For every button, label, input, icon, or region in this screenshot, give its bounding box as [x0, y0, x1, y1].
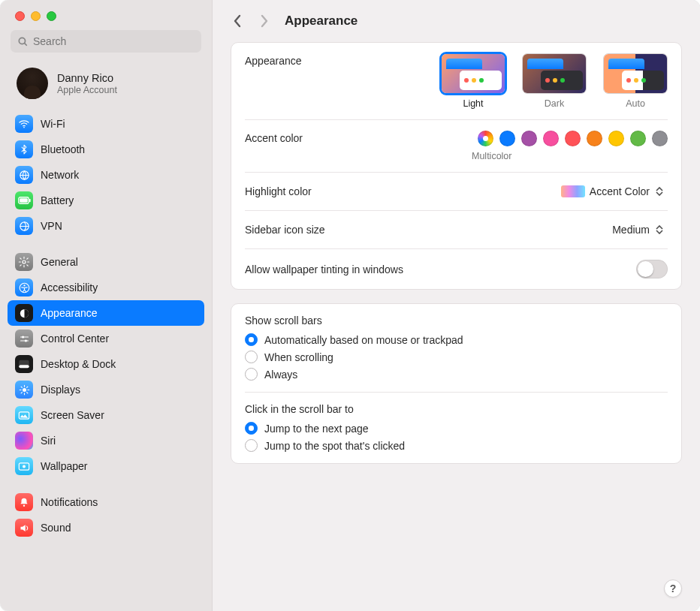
- help-button[interactable]: ?: [664, 579, 682, 597]
- sidebar-item-label: Screen Saver: [41, 409, 104, 422]
- highlight-color-label: Highlight color: [245, 185, 312, 197]
- show-scroll-option-2[interactable]: Always: [245, 366, 668, 383]
- wallpaper-icon: [15, 457, 33, 475]
- accent-color-multicolor[interactable]: [478, 131, 493, 146]
- accent-color-pink[interactable]: [543, 131, 559, 146]
- search-input[interactable]: [11, 30, 201, 53]
- bluetooth-icon: [15, 140, 33, 158]
- appearance-mode-auto[interactable]: Auto: [603, 53, 668, 109]
- sidebar-item-notifications[interactable]: Notifications: [8, 489, 204, 515]
- appearance-mode-label: Light: [463, 98, 483, 109]
- sidebar-item-label: VPN: [41, 220, 62, 233]
- sidebar-item-label: Wallpaper: [41, 460, 88, 473]
- sidebar-item-battery[interactable]: Battery: [8, 188, 204, 213]
- network-icon: [15, 166, 33, 184]
- appearance-icon: [15, 304, 33, 322]
- sidebar-item-label: Notifications: [41, 496, 98, 509]
- accent-color-purple[interactable]: [521, 131, 537, 146]
- show-scroll-option-1[interactable]: When scrolling: [245, 348, 668, 366]
- show-scroll-option-0[interactable]: Automatically based on mouse or trackpad: [245, 331, 668, 348]
- accent-color-label: Accent color: [245, 131, 303, 144]
- vpn-icon: [15, 217, 33, 235]
- svg-point-18: [23, 465, 26, 468]
- svg-point-16: [20, 436, 29, 445]
- appearance-mode-light[interactable]: Light: [441, 53, 505, 109]
- back-button[interactable]: [231, 13, 244, 29]
- forward-button[interactable]: [258, 13, 271, 29]
- accent-color-red[interactable]: [565, 131, 581, 146]
- radio-label: Jump to the spot that's clicked: [264, 440, 405, 452]
- sidebar: Danny Rico Apple Account Wi-FiBluetoothN…: [0, 0, 213, 611]
- sidebar-item-general[interactable]: General: [8, 249, 204, 275]
- svg-rect-3: [29, 199, 30, 202]
- radio-label: Automatically based on mouse or trackpad: [264, 334, 463, 346]
- click-scroll-title: Click in the scroll bar to: [245, 393, 668, 420]
- close-button[interactable]: [15, 11, 25, 21]
- window-controls: [0, 0, 212, 29]
- minimize-button[interactable]: [31, 11, 41, 21]
- radio-icon: [245, 333, 258, 346]
- appearance-thumb-dark: [522, 53, 587, 94]
- account-name: Danny Rico: [57, 72, 117, 84]
- appearance-mode-label: Dark: [545, 98, 564, 109]
- sidebar-item-label: Siri: [41, 435, 56, 447]
- sidebar-item-sound[interactable]: Sound: [8, 515, 204, 540]
- appearance-mode-label: Auto: [626, 98, 645, 109]
- appearance-mode-dark[interactable]: Dark: [522, 53, 587, 109]
- svg-rect-13: [19, 365, 29, 368]
- svg-point-11: [24, 339, 26, 342]
- screen-saver-icon: [15, 406, 33, 424]
- sidebar-size-value: Medium: [612, 224, 650, 236]
- sidebar-item-appearance[interactable]: Appearance: [8, 300, 204, 326]
- sidebar-item-siri[interactable]: Siri: [8, 428, 204, 453]
- accent-color-blue[interactable]: [499, 131, 515, 146]
- sidebar-size-label: Sidebar icon size: [245, 224, 325, 236]
- radio-label: Jump to the next page: [264, 423, 369, 435]
- scroll-card: Show scroll bars Automatically based on …: [231, 303, 682, 464]
- sidebar-size-select[interactable]: Medium: [608, 221, 668, 238]
- chevrons-icon: [654, 185, 665, 198]
- sidebar-item-label: Displays: [41, 384, 80, 396]
- show-scroll-title: Show scroll bars: [245, 304, 668, 331]
- radio-label: When scrolling: [264, 351, 333, 363]
- sidebar-item-wifi[interactable]: Wi-Fi: [8, 111, 204, 137]
- sidebar-item-displays[interactable]: Displays: [8, 377, 204, 402]
- general-icon: [15, 253, 33, 271]
- sidebar-item-accessibility[interactable]: Accessibility: [8, 275, 204, 300]
- accent-color-graphite[interactable]: [652, 131, 668, 146]
- highlight-color-value: Accent Color: [590, 185, 650, 197]
- accent-color-green[interactable]: [630, 131, 646, 146]
- page-title: Appearance: [285, 14, 358, 29]
- svg-point-14: [23, 388, 26, 392]
- desktop-dock-icon: [15, 355, 33, 373]
- sidebar-item-label: Bluetooth: [41, 143, 85, 156]
- sidebar-item-label: Network: [41, 169, 79, 182]
- svg-point-0: [23, 127, 25, 128]
- accent-color-name: Multicolor: [472, 151, 512, 161]
- wallpaper-tint-toggle[interactable]: [636, 260, 668, 278]
- svg-rect-4: [20, 198, 28, 203]
- highlight-color-select[interactable]: Accent Color: [557, 183, 668, 200]
- radio-icon: [245, 351, 258, 363]
- sidebar-item-bluetooth[interactable]: Bluetooth: [8, 137, 204, 162]
- accent-color-orange[interactable]: [587, 131, 602, 146]
- sidebar-item-desktop-dock[interactable]: Desktop & Dock: [8, 351, 204, 377]
- radio-icon: [245, 439, 258, 452]
- avatar: [17, 68, 48, 99]
- toggle-knob: [638, 261, 653, 277]
- notifications-icon: [15, 493, 33, 511]
- wallpaper-tint-label: Allow wallpaper tinting in windows: [245, 263, 403, 275]
- main-panel: Appearance LightDarkAuto Accent color Mu…: [213, 42, 700, 611]
- accent-color-yellow[interactable]: [608, 131, 624, 146]
- click-scroll-option-0[interactable]: Jump to the next page: [245, 420, 668, 437]
- sidebar-item-vpn[interactable]: VPN: [8, 213, 204, 239]
- sidebar-item-label: Appearance: [41, 307, 98, 320]
- account-row[interactable]: Danny Rico Apple Account: [0, 60, 212, 111]
- fullscreen-button[interactable]: [47, 11, 56, 21]
- sidebar-item-network[interactable]: Network: [8, 162, 204, 188]
- sidebar-item-screen-saver[interactable]: Screen Saver: [8, 402, 204, 428]
- appearance-label: Appearance: [245, 53, 302, 67]
- sidebar-item-control-center[interactable]: Control Center: [8, 326, 204, 351]
- click-scroll-option-1[interactable]: Jump to the spot that's clicked: [245, 437, 668, 454]
- sidebar-item-wallpaper[interactable]: Wallpaper: [8, 453, 204, 479]
